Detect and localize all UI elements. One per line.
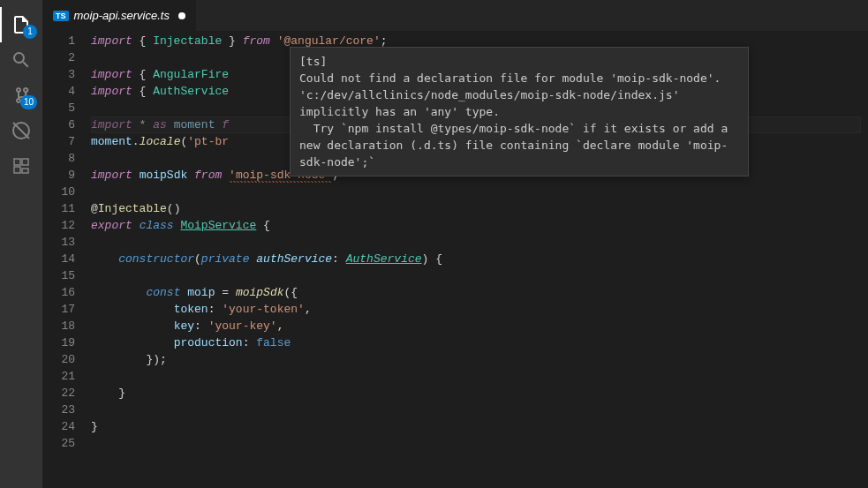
search-icon[interactable] <box>0 42 42 78</box>
activity-bar: 1 10 <box>0 0 42 488</box>
debug-icon[interactable] <box>0 113 42 148</box>
line-number: 20 <box>42 351 75 368</box>
line-number: 16 <box>42 284 75 301</box>
code-line <box>91 402 868 418</box>
tab-active[interactable]: TS moip-api.service.ts <box>42 0 196 31</box>
line-number: 24 <box>42 418 75 435</box>
code-line: production: false <box>91 334 868 351</box>
scm-badge: 10 <box>20 95 37 109</box>
line-number: 3 <box>42 66 75 83</box>
editor[interactable]: 1234567891011121314151617181920212223242… <box>42 31 868 488</box>
code-line: } <box>91 418 868 435</box>
code-line: export class MoipService { <box>91 217 868 234</box>
line-number: 4 <box>42 83 75 100</box>
code-line: }); <box>91 351 868 368</box>
code-line: key: 'your-key', <box>91 318 868 334</box>
ts-file-icon: TS <box>53 11 69 21</box>
line-number: 15 <box>42 267 75 284</box>
code-line: const moip = moipSdk({ <box>91 284 868 301</box>
line-number: 2 <box>42 49 75 66</box>
code-line: @Injectable() <box>91 200 868 217</box>
tabs-row: TS moip-api.service.ts <box>42 0 868 31</box>
code-line <box>91 368 868 385</box>
line-number: 7 <box>42 133 75 150</box>
tab-title: moip-api.service.ts <box>74 9 170 22</box>
line-number: 8 <box>42 150 75 167</box>
line-number: 12 <box>42 217 75 234</box>
line-gutter: 1234567891011121314151617181920212223242… <box>42 31 91 488</box>
extensions-icon[interactable] <box>0 148 42 184</box>
code-line <box>91 184 868 200</box>
line-number: 5 <box>42 100 75 116</box>
line-number: 18 <box>42 318 75 334</box>
code-line <box>91 267 868 284</box>
source-control-icon[interactable]: 10 <box>0 78 42 113</box>
line-number: 11 <box>42 200 75 217</box>
code-line: constructor(private authService: AuthSer… <box>91 251 868 267</box>
code-line <box>91 435 868 452</box>
hover-diagnostic: [ts] Could not find a declaration file f… <box>290 47 749 176</box>
explorer-badge: 1 <box>23 25 37 39</box>
line-number: 21 <box>42 368 75 385</box>
line-number: 9 <box>42 167 75 184</box>
code-line <box>91 234 868 251</box>
code-line: } <box>91 385 868 402</box>
line-number: 17 <box>42 301 75 318</box>
line-number: 22 <box>42 385 75 402</box>
hover-text: [ts] Could not find a declaration file f… <box>299 55 735 169</box>
line-number: 13 <box>42 234 75 251</box>
line-number: 1 <box>42 33 75 49</box>
explorer-icon[interactable]: 1 <box>0 7 42 42</box>
line-number: 25 <box>42 435 75 452</box>
line-number: 14 <box>42 251 75 267</box>
code-line: token: 'your-token', <box>91 301 868 318</box>
line-number: 10 <box>42 184 75 200</box>
line-number: 6 <box>42 116 75 133</box>
line-number: 19 <box>42 334 75 351</box>
line-number: 23 <box>42 402 75 418</box>
code-area[interactable]: import { Injectable } from '@angular/cor… <box>91 31 868 488</box>
dirty-indicator <box>178 12 185 19</box>
